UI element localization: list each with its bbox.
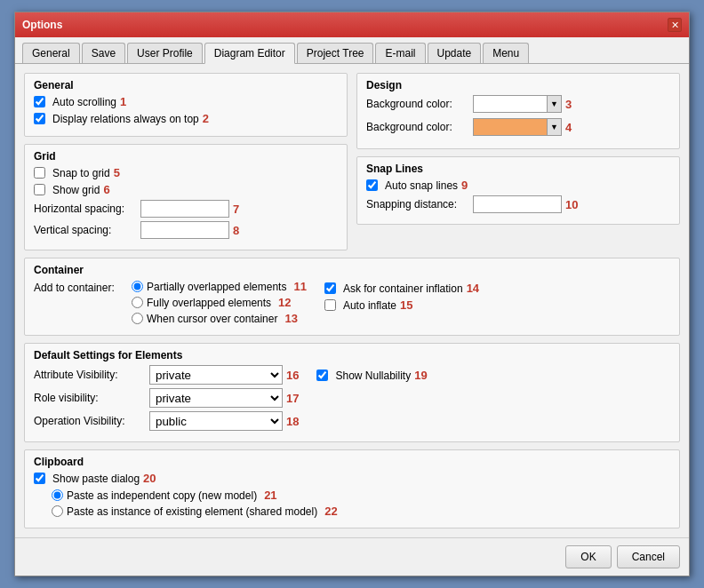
show-nullability-num: 19 xyxy=(414,369,427,382)
attr-vis-select[interactable]: private public protected package xyxy=(149,365,283,385)
auto-snap-label: Auto snap lines xyxy=(366,179,458,192)
show-grid-row: Show grid 6 xyxy=(34,183,338,196)
paste-independent-radio[interactable] xyxy=(52,489,63,501)
paste-independent-num: 21 xyxy=(264,489,276,502)
auto-scrolling-checkbox[interactable] xyxy=(34,96,45,107)
bg-color2-picker[interactable]: ▼ xyxy=(473,118,562,136)
h-spacing-input[interactable]: 10 xyxy=(140,200,229,218)
container-title: Container xyxy=(34,264,670,276)
container-radio-group: Partially overlapped elements 11 Fully o… xyxy=(132,280,307,328)
tab-project-tree[interactable]: Project Tree xyxy=(297,43,374,63)
partially-overlapped-num: 11 xyxy=(293,280,306,293)
paste-instance-option: Paste as instance of existing element (s… xyxy=(52,505,670,518)
defaults-title: Default Settings for Elements xyxy=(34,349,670,362)
bg-color2-row: Background color: ▼ 4 xyxy=(366,118,670,136)
role-vis-select[interactable]: private public protected package xyxy=(149,388,283,408)
auto-snap-row: Auto snap lines 9 xyxy=(366,179,670,192)
tab-email[interactable]: E-mail xyxy=(375,43,425,63)
paste-independent-option: Paste as independent copy (new model) 21 xyxy=(52,489,670,502)
op-vis-label: Operation Visibility: xyxy=(34,415,149,427)
op-vis-select[interactable]: public private protected package xyxy=(149,411,283,431)
snap-to-grid-checkbox[interactable] xyxy=(34,167,45,179)
tab-general[interactable]: General xyxy=(22,43,80,63)
cancel-button[interactable]: Cancel xyxy=(617,545,680,568)
fully-overlapped-option: Fully overlapped elements 12 xyxy=(132,296,307,309)
auto-scrolling-num: 1 xyxy=(120,95,126,108)
container-content: Add to container: Partially overlapped e… xyxy=(34,280,670,328)
clipboard-section: Clipboard Show paste dialog 20 Paste as … xyxy=(24,449,680,528)
partially-overlapped-option: Partially overlapped elements 11 xyxy=(132,280,307,293)
display-relations-num: 2 xyxy=(203,112,209,125)
snap-lines-section: Snap Lines Auto snap lines 9 Snapping di… xyxy=(356,156,680,225)
options-window: Options ✕ General Save User Profile Diag… xyxy=(14,12,690,576)
snapping-dist-num: 10 xyxy=(565,198,578,211)
show-nullability-row: Show Nullability 19 xyxy=(316,369,427,382)
show-nullability-checkbox[interactable] xyxy=(316,369,328,381)
cursor-over-num: 13 xyxy=(284,312,297,325)
add-to-container-label: Add to container: xyxy=(34,280,132,328)
auto-snap-checkbox[interactable] xyxy=(366,179,378,191)
snapping-dist-label: Snapping distance: xyxy=(366,198,473,211)
snap-to-grid-num: 5 xyxy=(114,166,120,179)
cursor-over-radio[interactable] xyxy=(132,313,143,324)
show-paste-checkbox[interactable] xyxy=(34,473,45,484)
container-left: Add to container: Partially overlapped e… xyxy=(34,280,307,328)
color2-dropdown-arrow[interactable]: ▼ xyxy=(547,119,561,135)
grid-title: Grid xyxy=(34,150,338,163)
tab-menu[interactable]: Menu xyxy=(483,43,529,63)
attr-vis-num: 16 xyxy=(286,369,299,382)
paste-instance-num: 22 xyxy=(324,505,337,518)
attr-vis-label: Attribute Visibility: xyxy=(34,369,149,381)
h-spacing-label: Horizontal spacing: xyxy=(34,203,140,215)
v-spacing-row: Vertical spacing: 10 8 xyxy=(34,221,338,239)
h-spacing-row: Horizontal spacing: 10 7 xyxy=(34,200,338,218)
auto-inflate-checkbox[interactable] xyxy=(324,299,336,311)
attr-vis-row: Attribute Visibility: private public pro… xyxy=(34,365,299,385)
show-grid-checkbox[interactable] xyxy=(34,184,45,195)
bg-color1-picker[interactable]: ▼ xyxy=(473,95,562,113)
v-spacing-label: Vertical spacing: xyxy=(34,224,140,236)
tab-save[interactable]: Save xyxy=(82,43,125,63)
v-spacing-input[interactable]: 10 xyxy=(140,221,229,239)
snapping-dist-input[interactable]: 10 xyxy=(473,195,562,213)
role-vis-num: 17 xyxy=(286,392,299,405)
ask-inflation-row: Ask for container inflation 14 xyxy=(324,282,479,295)
design-title: Design xyxy=(366,79,670,91)
role-vis-label: Role visibility: xyxy=(34,392,149,404)
container-right: Ask for container inflation 14 Auto infl… xyxy=(324,280,479,328)
grid-section: Grid Snap to grid 5 Show grid 6 xyxy=(24,144,348,250)
show-grid-num: 6 xyxy=(103,183,109,196)
close-button[interactable]: ✕ xyxy=(668,18,682,32)
fully-overlapped-radio[interactable] xyxy=(132,297,143,308)
show-paste-num: 20 xyxy=(143,472,156,485)
right-column: Design Background color: ▼ 3 Background … xyxy=(356,73,680,258)
partially-overlapped-radio[interactable] xyxy=(132,281,143,292)
ok-button[interactable]: OK xyxy=(565,545,611,568)
show-paste-label: Show paste dialog xyxy=(34,473,140,485)
bg-color2-num: 4 xyxy=(565,121,572,134)
window-title: Options xyxy=(22,19,62,31)
v-spacing-num: 8 xyxy=(233,224,239,237)
show-grid-label: Show grid xyxy=(34,184,100,196)
show-nullability-label: Show Nullability xyxy=(316,369,411,382)
paste-instance-radio[interactable] xyxy=(52,505,63,517)
tab-update[interactable]: Update xyxy=(428,43,482,63)
auto-inflate-label: Auto inflate xyxy=(324,299,396,312)
display-relations-checkbox[interactable] xyxy=(34,113,45,124)
show-paste-row: Show paste dialog 20 xyxy=(34,472,670,485)
tabs-bar: General Save User Profile Diagram Editor… xyxy=(15,37,689,64)
snap-to-grid-row: Snap to grid 5 xyxy=(34,166,338,179)
display-relations-label: Display relations always on top xyxy=(34,113,199,125)
display-relations-row: Display relations always on top 2 xyxy=(34,112,338,125)
defaults-content: Attribute Visibility: private public pro… xyxy=(34,365,670,434)
fully-overlapped-num: 12 xyxy=(278,296,291,309)
color1-dropdown-arrow[interactable]: ▼ xyxy=(547,96,561,112)
ask-inflation-checkbox[interactable] xyxy=(324,282,336,294)
tab-diagram-editor[interactable]: Diagram Editor xyxy=(204,43,295,64)
tab-user-profile[interactable]: User Profile xyxy=(127,43,203,63)
op-vis-row: Operation Visibility: public private pro… xyxy=(34,411,299,431)
ask-inflation-label: Ask for container inflation xyxy=(324,282,463,295)
snap-to-grid-label: Snap to grid xyxy=(34,167,110,179)
bg-color2-swatch xyxy=(474,119,547,135)
defaults-left: Attribute Visibility: private public pro… xyxy=(34,365,299,434)
